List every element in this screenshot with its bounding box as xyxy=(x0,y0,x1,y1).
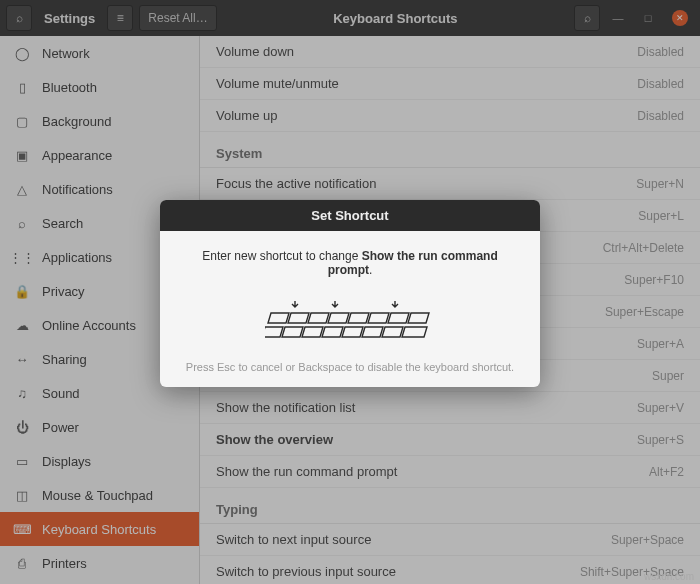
dialog-hint: Press Esc to cancel or Backspace to disa… xyxy=(180,361,520,373)
dialog-title: Set Shortcut xyxy=(160,200,540,231)
watermark: wsxdn.com xyxy=(644,571,694,582)
dialog-message: Enter new shortcut to change Show the ru… xyxy=(180,249,520,277)
set-shortcut-dialog: Set Shortcut Enter new shortcut to chang… xyxy=(160,200,540,387)
keyboard-illustration xyxy=(265,299,435,343)
modal-overlay: Set Shortcut Enter new shortcut to chang… xyxy=(0,0,700,584)
